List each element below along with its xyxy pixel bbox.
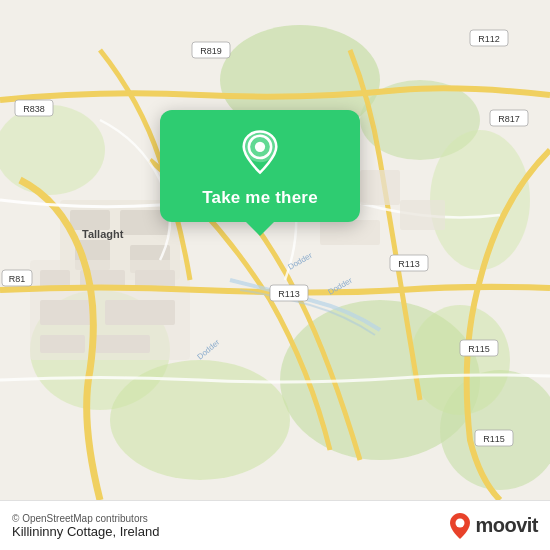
svg-point-9 [410, 305, 510, 415]
moovit-brand-text: moovit [475, 514, 538, 537]
moovit-pin-icon [449, 512, 471, 540]
svg-rect-22 [95, 335, 150, 353]
footer-left: © OpenStreetMap contributors Killininny … [12, 513, 159, 539]
map-background: R819 R838 R112 R817 R113 R113 R115 R115 … [0, 0, 550, 500]
svg-rect-46 [360, 170, 400, 205]
svg-rect-48 [400, 200, 445, 230]
svg-text:R81: R81 [9, 274, 26, 284]
svg-text:R112: R112 [478, 34, 500, 44]
map-container: R819 R838 R112 R817 R113 R113 R115 R115 … [0, 0, 550, 500]
svg-rect-20 [105, 300, 175, 325]
svg-point-52 [456, 518, 465, 527]
svg-text:R115: R115 [468, 344, 490, 354]
take-me-there-label: Take me there [202, 188, 318, 208]
svg-text:R115: R115 [483, 434, 505, 444]
osm-attribution: © OpenStreetMap contributors [12, 513, 159, 524]
popup-card[interactable]: Take me there [160, 110, 360, 222]
moovit-logo: moovit [449, 512, 538, 540]
svg-point-51 [255, 142, 265, 152]
svg-text:R838: R838 [23, 104, 45, 114]
svg-point-8 [0, 105, 105, 195]
svg-rect-21 [40, 335, 85, 353]
svg-text:Tallaght: Tallaght [82, 228, 124, 240]
svg-rect-19 [40, 300, 95, 325]
svg-text:R817: R817 [498, 114, 520, 124]
location-name: Killininny Cottage, Ireland [12, 524, 159, 539]
svg-text:R819: R819 [200, 46, 222, 56]
map-pin-icon [236, 128, 284, 176]
svg-rect-47 [320, 220, 380, 245]
svg-text:R113: R113 [398, 259, 420, 269]
footer: © OpenStreetMap contributors Killininny … [0, 500, 550, 550]
svg-rect-11 [70, 210, 110, 230]
svg-text:R113: R113 [278, 289, 300, 299]
